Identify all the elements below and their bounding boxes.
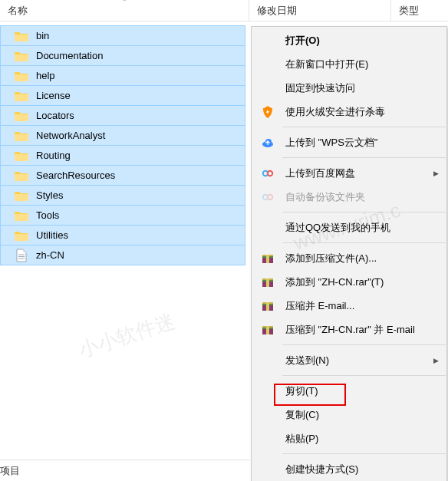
winrar-icon [261,252,275,265]
file-row[interactable]: bin [0,25,245,46]
menu-open-new-window-label: 在新窗口中打开(E) [285,58,368,71]
winrar-icon [261,275,275,289]
menu-wps-label: 上传到 "WPS云文档" [285,136,377,150]
file-name-label: Utilities [36,229,68,241]
svg-rect-12 [266,255,269,263]
menu-separator [282,453,446,454]
file-name-label: License [36,90,71,101]
svg-rect-20 [266,302,269,311]
file-row[interactable]: zh-CN [0,245,245,265]
status-items-label: 项目 [0,464,20,478]
svg-rect-24 [266,326,269,334]
menu-upload-wps[interactable]: 上传到 "WPS云文档" [252,130,446,154]
file-name-label: SearchResources [36,170,115,181]
menu-rar-email-label: 压缩并 E-mail... [285,299,354,313]
file-row[interactable]: NetworkAnalyst [0,125,245,146]
menu-paste-label: 粘贴(P) [285,432,318,446]
menu-qq-label: 通过QQ发送到我的手机 [285,221,390,235]
folder-icon [15,210,28,221]
file-row[interactable]: License [0,85,245,106]
folder-icon [15,230,28,241]
file-name-label: zh-CN [36,249,64,261]
menu-separator [282,127,446,127]
menu-pin-label: 固定到快速访问 [285,81,355,95]
file-name-label: Styles [36,189,63,201]
winrar-icon [261,323,275,337]
menu-paste[interactable]: 粘贴(P) [252,427,446,450]
svg-rect-16 [266,278,269,287]
menu-separator [282,242,446,243]
menu-create-shortcut[interactable]: 创建快捷方式(S) [252,457,446,481]
wps-cloud-icon [261,136,275,150]
folder-icon [15,130,28,141]
folder-icon [15,110,28,121]
folder-icon [15,91,28,101]
menu-pin-quick-access[interactable]: 固定到快速访问 [252,76,446,100]
status-bar: 项目 [0,460,249,481]
folder-icon [15,170,28,181]
menu-open-label: 打开(O) [285,34,320,48]
watermark: 小小软件迷 [75,308,178,364]
huorong-icon [261,105,275,119]
menu-rar-add-label: 添加到压缩文件(A)... [285,252,377,265]
winrar-icon [261,299,275,313]
menu-open-new-window[interactable]: 在新窗口中打开(E) [252,52,446,76]
file-row[interactable]: Styles [0,185,245,206]
menu-huorong-label: 使用火绒安全进行杀毒 [285,105,385,119]
baidu-cloud-icon [261,190,275,204]
menu-separator [282,157,446,158]
menu-open[interactable]: 打开(O) [252,28,446,52]
menu-rar-add-named-label: 添加到 "ZH-CN.rar"(T) [285,275,384,289]
file-row[interactable]: Routing [0,145,245,166]
file-row[interactable]: SearchResources [0,165,245,186]
file-name-label: bin [36,30,49,41]
col-date-label: 修改日期 [257,4,297,18]
menu-send-to-label: 发送到(N) [285,354,329,367]
file-row[interactable]: help [0,65,245,86]
menu-cut-label: 剪切(T) [285,384,318,398]
col-type-label: 类型 [399,4,419,18]
sort-ascending-icon: ˄ [123,0,127,6]
menu-separator [282,212,446,212]
menu-baidu-label: 上传到百度网盘 [285,166,355,180]
menu-backup-label: 自动备份该文件夹 [285,190,365,204]
context-menu: 打开(O) 在新窗口中打开(E) 固定到快速访问 使用火绒安全进行杀毒 上传到 … [251,26,447,481]
svg-point-8 [268,194,272,199]
file-name-label: Documentation [36,50,103,61]
menu-auto-backup: 自动备份该文件夹 [252,185,446,209]
menu-cut[interactable]: 剪切(T) [252,379,446,403]
menu-separator [282,344,446,345]
col-header-name[interactable]: 名称 ˄ [0,0,249,21]
menu-copy[interactable]: 复制(C) [252,403,446,427]
menu-rar-email-named[interactable]: 压缩到 "ZH-CN.rar" 并 E-mail [252,318,446,341]
file-row[interactable]: Tools [0,205,245,226]
folder-icon [15,31,28,41]
file-icon [16,249,27,262]
folder-icon [15,150,28,161]
file-name-label: Routing [36,150,71,161]
file-name-label: Tools [36,209,59,221]
file-name-label: help [36,70,55,81]
file-row[interactable]: Documentation [0,45,245,66]
file-name-label: Locators [36,110,74,121]
menu-rar-email[interactable]: 压缩并 E-mail... [252,294,446,318]
menu-upload-baidu[interactable]: 上传到百度网盘 [252,161,446,185]
file-row[interactable]: Locators [0,105,245,126]
menu-send-qq[interactable]: 通过QQ发送到我的手机 [252,216,446,239]
file-row[interactable]: Utilities [0,225,245,245]
column-headers: 名称 ˄ 修改日期 类型 [0,0,448,21]
menu-copy-label: 复制(C) [285,408,319,422]
col-name-label: 名称 [8,4,28,18]
folder-icon [15,51,28,61]
col-header-date[interactable]: 修改日期 [249,0,391,21]
menu-send-to[interactable]: 发送到(N) [252,348,446,372]
file-name-label: NetworkAnalyst [36,130,105,141]
menu-separator [282,375,446,376]
folder-icon [15,71,28,81]
menu-rar-email-named-label: 压缩到 "ZH-CN.rar" 并 E-mail [285,323,415,337]
col-header-type[interactable]: 类型 [391,0,448,21]
menu-rar-add[interactable]: 添加到压缩文件(A)... [252,246,446,270]
menu-huorong-scan[interactable]: 使用火绒安全进行杀毒 [252,100,446,124]
menu-rar-add-named[interactable]: 添加到 "ZH-CN.rar"(T) [252,270,446,294]
svg-point-6 [268,170,272,175]
